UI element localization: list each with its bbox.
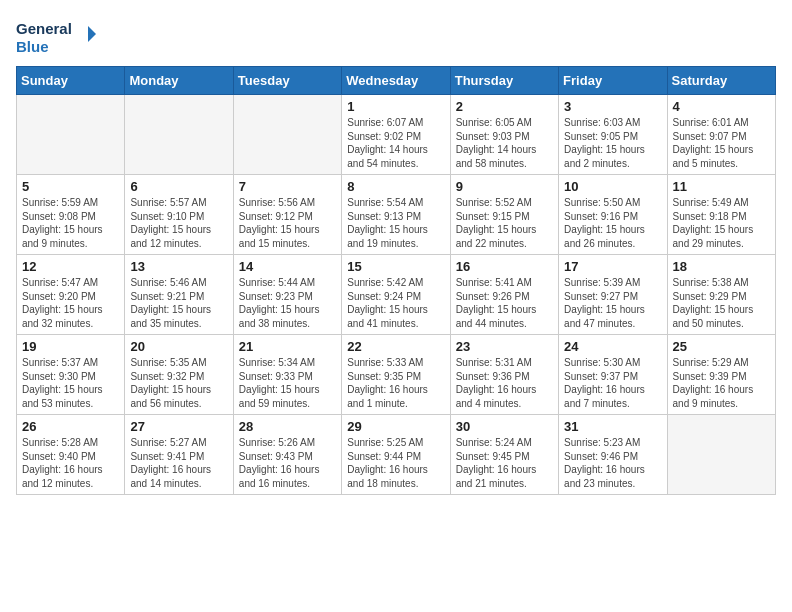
calendar-cell: 9Sunrise: 5:52 AMSunset: 9:15 PMDaylight… bbox=[450, 175, 558, 255]
calendar-cell bbox=[667, 415, 775, 495]
weekday-header-monday: Monday bbox=[125, 67, 233, 95]
calendar-cell: 14Sunrise: 5:44 AMSunset: 9:23 PMDayligh… bbox=[233, 255, 341, 335]
day-info: Sunrise: 5:49 AMSunset: 9:18 PMDaylight:… bbox=[673, 196, 770, 250]
calendar-cell: 20Sunrise: 5:35 AMSunset: 9:32 PMDayligh… bbox=[125, 335, 233, 415]
calendar-cell: 19Sunrise: 5:37 AMSunset: 9:30 PMDayligh… bbox=[17, 335, 125, 415]
calendar-cell: 24Sunrise: 5:30 AMSunset: 9:37 PMDayligh… bbox=[559, 335, 667, 415]
day-info: Sunrise: 5:25 AMSunset: 9:44 PMDaylight:… bbox=[347, 436, 444, 490]
day-info: Sunrise: 5:26 AMSunset: 9:43 PMDaylight:… bbox=[239, 436, 336, 490]
day-info: Sunrise: 5:54 AMSunset: 9:13 PMDaylight:… bbox=[347, 196, 444, 250]
day-info: Sunrise: 5:46 AMSunset: 9:21 PMDaylight:… bbox=[130, 276, 227, 330]
calendar-cell bbox=[125, 95, 233, 175]
day-number: 4 bbox=[673, 99, 770, 114]
weekday-header-friday: Friday bbox=[559, 67, 667, 95]
day-info: Sunrise: 5:37 AMSunset: 9:30 PMDaylight:… bbox=[22, 356, 119, 410]
day-number: 7 bbox=[239, 179, 336, 194]
calendar-cell: 8Sunrise: 5:54 AMSunset: 9:13 PMDaylight… bbox=[342, 175, 450, 255]
day-number: 17 bbox=[564, 259, 661, 274]
calendar-cell: 25Sunrise: 5:29 AMSunset: 9:39 PMDayligh… bbox=[667, 335, 775, 415]
day-number: 5 bbox=[22, 179, 119, 194]
day-info: Sunrise: 6:03 AMSunset: 9:05 PMDaylight:… bbox=[564, 116, 661, 170]
day-info: Sunrise: 5:38 AMSunset: 9:29 PMDaylight:… bbox=[673, 276, 770, 330]
calendar-cell: 22Sunrise: 5:33 AMSunset: 9:35 PMDayligh… bbox=[342, 335, 450, 415]
calendar-cell: 12Sunrise: 5:47 AMSunset: 9:20 PMDayligh… bbox=[17, 255, 125, 335]
day-number: 22 bbox=[347, 339, 444, 354]
day-info: Sunrise: 5:47 AMSunset: 9:20 PMDaylight:… bbox=[22, 276, 119, 330]
calendar-cell: 4Sunrise: 6:01 AMSunset: 9:07 PMDaylight… bbox=[667, 95, 775, 175]
day-number: 26 bbox=[22, 419, 119, 434]
day-number: 6 bbox=[130, 179, 227, 194]
day-info: Sunrise: 5:28 AMSunset: 9:40 PMDaylight:… bbox=[22, 436, 119, 490]
week-row-5: 26Sunrise: 5:28 AMSunset: 9:40 PMDayligh… bbox=[17, 415, 776, 495]
calendar-cell: 10Sunrise: 5:50 AMSunset: 9:16 PMDayligh… bbox=[559, 175, 667, 255]
day-number: 21 bbox=[239, 339, 336, 354]
calendar-cell: 16Sunrise: 5:41 AMSunset: 9:26 PMDayligh… bbox=[450, 255, 558, 335]
week-row-3: 12Sunrise: 5:47 AMSunset: 9:20 PMDayligh… bbox=[17, 255, 776, 335]
day-number: 27 bbox=[130, 419, 227, 434]
day-number: 1 bbox=[347, 99, 444, 114]
calendar-cell: 28Sunrise: 5:26 AMSunset: 9:43 PMDayligh… bbox=[233, 415, 341, 495]
calendar-table: SundayMondayTuesdayWednesdayThursdayFrid… bbox=[16, 66, 776, 495]
calendar-cell: 2Sunrise: 6:05 AMSunset: 9:03 PMDaylight… bbox=[450, 95, 558, 175]
weekday-header-saturday: Saturday bbox=[667, 67, 775, 95]
day-info: Sunrise: 5:44 AMSunset: 9:23 PMDaylight:… bbox=[239, 276, 336, 330]
svg-text:Blue: Blue bbox=[16, 38, 49, 55]
day-number: 30 bbox=[456, 419, 553, 434]
calendar-cell bbox=[17, 95, 125, 175]
calendar-cell: 29Sunrise: 5:25 AMSunset: 9:44 PMDayligh… bbox=[342, 415, 450, 495]
week-row-4: 19Sunrise: 5:37 AMSunset: 9:30 PMDayligh… bbox=[17, 335, 776, 415]
calendar-cell: 13Sunrise: 5:46 AMSunset: 9:21 PMDayligh… bbox=[125, 255, 233, 335]
calendar-cell: 18Sunrise: 5:38 AMSunset: 9:29 PMDayligh… bbox=[667, 255, 775, 335]
day-info: Sunrise: 5:31 AMSunset: 9:36 PMDaylight:… bbox=[456, 356, 553, 410]
day-info: Sunrise: 5:50 AMSunset: 9:16 PMDaylight:… bbox=[564, 196, 661, 250]
calendar-cell: 3Sunrise: 6:03 AMSunset: 9:05 PMDaylight… bbox=[559, 95, 667, 175]
day-number: 13 bbox=[130, 259, 227, 274]
day-number: 24 bbox=[564, 339, 661, 354]
day-info: Sunrise: 5:23 AMSunset: 9:46 PMDaylight:… bbox=[564, 436, 661, 490]
svg-marker-2 bbox=[88, 26, 96, 42]
day-info: Sunrise: 5:27 AMSunset: 9:41 PMDaylight:… bbox=[130, 436, 227, 490]
calendar-cell: 17Sunrise: 5:39 AMSunset: 9:27 PMDayligh… bbox=[559, 255, 667, 335]
day-info: Sunrise: 5:57 AMSunset: 9:10 PMDaylight:… bbox=[130, 196, 227, 250]
calendar-cell: 7Sunrise: 5:56 AMSunset: 9:12 PMDaylight… bbox=[233, 175, 341, 255]
calendar-cell: 11Sunrise: 5:49 AMSunset: 9:18 PMDayligh… bbox=[667, 175, 775, 255]
day-number: 19 bbox=[22, 339, 119, 354]
calendar-cell: 1Sunrise: 6:07 AMSunset: 9:02 PMDaylight… bbox=[342, 95, 450, 175]
day-number: 18 bbox=[673, 259, 770, 274]
calendar-cell: 30Sunrise: 5:24 AMSunset: 9:45 PMDayligh… bbox=[450, 415, 558, 495]
weekday-header-sunday: Sunday bbox=[17, 67, 125, 95]
day-number: 23 bbox=[456, 339, 553, 354]
day-info: Sunrise: 6:07 AMSunset: 9:02 PMDaylight:… bbox=[347, 116, 444, 170]
day-number: 12 bbox=[22, 259, 119, 274]
weekday-header-thursday: Thursday bbox=[450, 67, 558, 95]
day-info: Sunrise: 5:56 AMSunset: 9:12 PMDaylight:… bbox=[239, 196, 336, 250]
day-number: 31 bbox=[564, 419, 661, 434]
day-number: 20 bbox=[130, 339, 227, 354]
calendar-cell: 26Sunrise: 5:28 AMSunset: 9:40 PMDayligh… bbox=[17, 415, 125, 495]
calendar-cell: 5Sunrise: 5:59 AMSunset: 9:08 PMDaylight… bbox=[17, 175, 125, 255]
day-info: Sunrise: 5:29 AMSunset: 9:39 PMDaylight:… bbox=[673, 356, 770, 410]
day-number: 2 bbox=[456, 99, 553, 114]
day-number: 11 bbox=[673, 179, 770, 194]
day-info: Sunrise: 5:30 AMSunset: 9:37 PMDaylight:… bbox=[564, 356, 661, 410]
day-info: Sunrise: 5:35 AMSunset: 9:32 PMDaylight:… bbox=[130, 356, 227, 410]
calendar-cell: 31Sunrise: 5:23 AMSunset: 9:46 PMDayligh… bbox=[559, 415, 667, 495]
day-info: Sunrise: 5:39 AMSunset: 9:27 PMDaylight:… bbox=[564, 276, 661, 330]
day-info: Sunrise: 5:24 AMSunset: 9:45 PMDaylight:… bbox=[456, 436, 553, 490]
day-info: Sunrise: 6:05 AMSunset: 9:03 PMDaylight:… bbox=[456, 116, 553, 170]
calendar-cell: 27Sunrise: 5:27 AMSunset: 9:41 PMDayligh… bbox=[125, 415, 233, 495]
page-header: General Blue bbox=[16, 16, 776, 58]
day-info: Sunrise: 6:01 AMSunset: 9:07 PMDaylight:… bbox=[673, 116, 770, 170]
week-row-1: 1Sunrise: 6:07 AMSunset: 9:02 PMDaylight… bbox=[17, 95, 776, 175]
week-row-2: 5Sunrise: 5:59 AMSunset: 9:08 PMDaylight… bbox=[17, 175, 776, 255]
day-info: Sunrise: 5:34 AMSunset: 9:33 PMDaylight:… bbox=[239, 356, 336, 410]
calendar-cell: 15Sunrise: 5:42 AMSunset: 9:24 PMDayligh… bbox=[342, 255, 450, 335]
weekday-header-wednesday: Wednesday bbox=[342, 67, 450, 95]
logo: General Blue bbox=[16, 16, 96, 58]
day-number: 3 bbox=[564, 99, 661, 114]
logo-svg: General Blue bbox=[16, 16, 96, 58]
day-number: 9 bbox=[456, 179, 553, 194]
day-info: Sunrise: 5:59 AMSunset: 9:08 PMDaylight:… bbox=[22, 196, 119, 250]
day-number: 14 bbox=[239, 259, 336, 274]
day-number: 15 bbox=[347, 259, 444, 274]
